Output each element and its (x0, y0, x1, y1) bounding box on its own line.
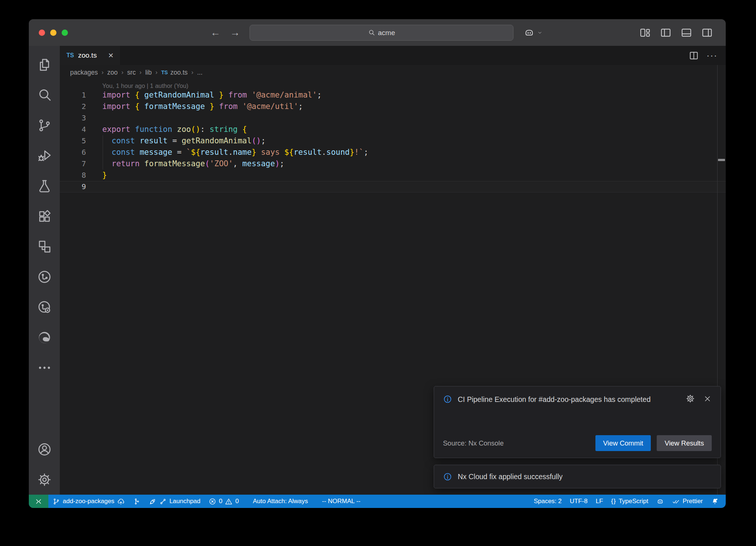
tab-zoo-ts[interactable]: TS zoo.ts × (60, 46, 120, 65)
activity-bar-item-additional-views[interactable] (29, 352, 60, 383)
nx-console-icon (37, 269, 52, 284)
activity-bar-item-nx-console[interactable] (29, 262, 60, 292)
gear-icon (37, 472, 52, 487)
activity-bar-item-remote-explorer[interactable] (29, 231, 60, 262)
typescript-file-icon: TS (161, 69, 168, 75)
status-item-problems[interactable]: 00 (205, 495, 243, 508)
breadcrumb-item[interactable]: ... (197, 69, 203, 76)
traffic-lights (39, 19, 68, 46)
copilot-menu[interactable] (523, 19, 543, 46)
back-icon[interactable]: ← (210, 27, 220, 38)
customize-layout-icon[interactable] (639, 27, 651, 39)
status-item-indentation[interactable]: Spaces: 2 (530, 495, 566, 508)
breadcrumb-separator-icon: › (191, 69, 193, 76)
view-commit-button[interactable]: View Commit (595, 435, 651, 451)
close-tab-icon[interactable]: × (108, 51, 113, 60)
zoom-window-button[interactable] (62, 30, 68, 36)
chevron-down-icon (537, 30, 543, 35)
more-actions-icon[interactable]: ··· (707, 50, 718, 61)
close-window-button[interactable] (39, 30, 45, 36)
code-line-7: 7 return formatMessage('ZOO', message); (60, 158, 726, 170)
activity-bar-item-run-and-debug[interactable] (29, 140, 60, 171)
activity-bar-item-search[interactable] (29, 80, 60, 110)
copilot-icon (523, 27, 535, 38)
notification-settings-gear-icon[interactable] (685, 394, 695, 403)
code-line-2: 2import { formatMessage } from '@acme/ut… (60, 101, 726, 112)
toggle-panel-icon[interactable] (680, 27, 693, 39)
history-nav: ← → (210, 19, 240, 46)
code-text: import { formatMessage } from '@acme/uti… (102, 101, 726, 112)
line-number: 6 (60, 147, 102, 158)
status-item-label: UTF-8 (570, 498, 588, 505)
status-item-notifications-bell[interactable] (707, 495, 723, 508)
ellipsis-icon (37, 360, 52, 375)
status-item-language-mode[interactable]: {}TypeScript (607, 495, 653, 508)
code-line-3: 3 (60, 112, 726, 124)
line-number: 1 (60, 89, 102, 101)
status-item-label: TypeScript (619, 498, 648, 505)
breadcrumb-item[interactable]: packages (70, 69, 98, 76)
code-line-5: 5 const result = getRandomAnimal(); (60, 135, 726, 147)
title-bar: ← → acme (29, 19, 726, 46)
tab-bar: TS zoo.ts × ··· (60, 46, 726, 65)
braces-icon: {} (611, 498, 616, 505)
notification-title: CI Pipeline Execution for #add-zoo-packa… (458, 394, 663, 405)
activity-bar-item-source-control[interactable] (29, 110, 60, 140)
overview-ruler-mark (718, 159, 725, 161)
notification-close-icon[interactable] (703, 395, 712, 403)
toggle-secondary-sidebar-icon[interactable] (701, 27, 713, 39)
status-item-label: Prettier (683, 498, 703, 505)
split-editor-icon[interactable] (688, 50, 699, 61)
activity-bar (29, 46, 60, 495)
status-item-label: LF (596, 498, 603, 505)
activity-bar-item-edge-tools[interactable] (29, 322, 60, 352)
status-item-launchpad[interactable]: Launchpad (145, 495, 205, 508)
command-center-search[interactable]: acme (250, 25, 513, 41)
activity-bar-item-nx-cloud[interactable] (29, 292, 60, 322)
minimize-window-button[interactable] (50, 30, 56, 36)
breadcrumb-item[interactable]: src (127, 69, 135, 76)
breadcrumb: packages›zoo›src›lib›TSzoo.ts›... (60, 65, 726, 80)
status-item-copilot-status[interactable] (652, 495, 668, 508)
code-text: const result = getRandomAnimal(); (102, 135, 726, 147)
remote-icon (35, 498, 42, 505)
notification-message: Nx Cloud fix applied successfully (458, 472, 563, 481)
line-number: 4 (60, 124, 102, 135)
status-item-end-of-line[interactable]: LF (592, 495, 607, 508)
status-item-label: Launchpad (169, 498, 200, 505)
search-icon (37, 88, 52, 103)
status-item-git-branch[interactable]: add-zoo-packages (48, 495, 129, 508)
status-item-encoding[interactable]: UTF-8 (566, 495, 592, 508)
double-check-icon (672, 498, 680, 505)
status-item-vim-mode[interactable]: -- NORMAL -- (318, 495, 364, 508)
status-bar: add-zoo-packagesLaunchpad00Auto Attach: … (29, 495, 726, 508)
status-item-label: add-zoo-packages (63, 498, 114, 505)
line-number: 5 (60, 135, 102, 147)
breadcrumb-item[interactable]: zoo (107, 69, 118, 76)
activity-bar-item-accounts[interactable] (29, 434, 60, 464)
beaker-icon (37, 178, 52, 194)
connector-icon (159, 498, 167, 505)
git-graph-icon (133, 498, 141, 505)
breadcrumb-separator-icon: › (155, 69, 158, 76)
git-blame-annotation: You, 1 hour ago | 1 author (You) (60, 80, 726, 89)
status-item-git-graph[interactable] (129, 495, 145, 508)
activity-bar-item-testing[interactable] (29, 171, 60, 201)
view-results-button[interactable]: View Results (657, 435, 712, 451)
activity-bar-item-extensions[interactable] (29, 201, 60, 231)
bell-dot-icon (711, 498, 719, 505)
status-item-label: Spaces: 2 (534, 498, 562, 505)
breadcrumb-item[interactable]: TSzoo.ts (161, 69, 188, 76)
toggle-primary-sidebar-icon[interactable] (660, 27, 672, 39)
status-item-auto-attach[interactable]: Auto Attach: Always (249, 495, 312, 508)
breadcrumb-item[interactable]: lib (145, 69, 152, 76)
status-item-remote-indicator[interactable] (29, 495, 48, 508)
notification-source: Source: Nx Console (443, 439, 504, 447)
copilot-icon (656, 498, 664, 505)
activity-bar-item-explorer[interactable] (29, 50, 60, 80)
status-item-formatter-prettier[interactable]: Prettier (668, 495, 707, 508)
activity-bar-item-manage-settings[interactable] (29, 464, 60, 495)
forward-icon[interactable]: → (230, 27, 240, 38)
search-value: acme (378, 29, 395, 37)
code-line-9: 9 (60, 181, 726, 192)
